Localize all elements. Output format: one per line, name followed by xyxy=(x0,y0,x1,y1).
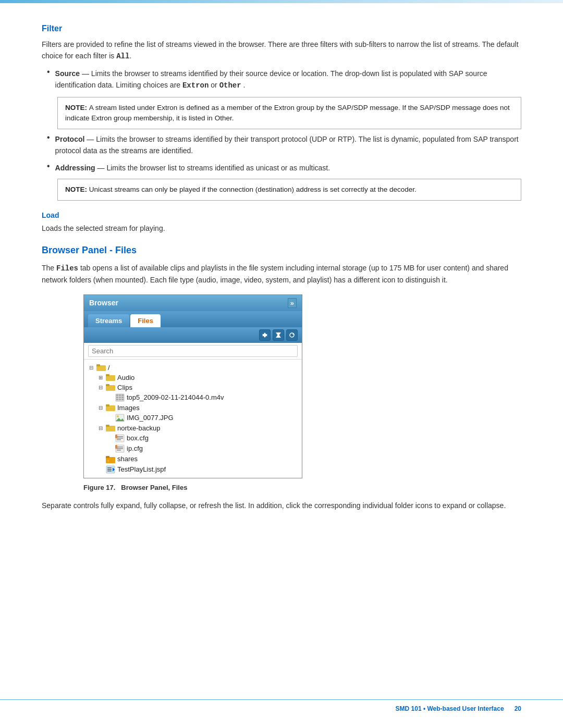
browser-tabs-row: Streams Files xyxy=(84,311,302,327)
svg-point-26 xyxy=(117,415,119,417)
note-text-1: A stream listed under Extron is defined … xyxy=(65,104,510,122)
top5-label: top5_2009-02-11-214044-0.m4v xyxy=(127,393,224,401)
load-section: Load Loads the selected stream for playi… xyxy=(42,211,521,234)
image-file-icon xyxy=(115,414,125,422)
filter-heading: Filter xyxy=(42,24,521,33)
boxcfg-label: box.cfg xyxy=(127,434,149,442)
tree-audio: ⊞ Audio xyxy=(97,373,298,382)
tree-shares: ⊞ ↑ shares xyxy=(97,454,298,464)
expand-images[interactable]: ⊟ xyxy=(97,405,104,411)
svg-rect-22 xyxy=(121,399,124,400)
svg-rect-46 xyxy=(107,471,112,472)
after-text: Separate controls fully expand, fully co… xyxy=(42,500,521,511)
system-file-icon-ip xyxy=(115,445,125,453)
tree-img0077: ⊞ IMG_0077.JPG xyxy=(107,413,298,423)
footer-product: SMD 101 • Web-based User Interface xyxy=(396,705,504,712)
playlist-label: TestPlayList.jspf xyxy=(117,465,166,473)
tree-top5: ⊞ xyxy=(107,392,298,403)
ipcfg-label: ip.cfg xyxy=(127,445,143,452)
svg-rect-34 xyxy=(115,435,117,438)
svg-rect-37 xyxy=(117,448,123,449)
collapse-all-icon[interactable] xyxy=(273,329,284,341)
tree-playlist: ⊞ TestPlayList.jspf xyxy=(97,464,298,475)
tree-root: ⊟ / xyxy=(88,363,298,373)
svg-rect-17 xyxy=(116,397,118,398)
files-code: Files xyxy=(56,264,78,273)
expand-clips[interactable]: ⊟ xyxy=(97,385,104,390)
page-content: Filter Filters are provided to refine th… xyxy=(0,3,563,563)
folder-icon-root xyxy=(96,364,106,371)
note-text-2: Unicast streams can only be played if th… xyxy=(89,186,417,193)
svg-rect-10 xyxy=(106,374,109,376)
figure-label: Browser Panel, Files xyxy=(121,484,187,491)
folder-icon-audio xyxy=(106,374,115,381)
video-file-icon xyxy=(115,393,125,402)
browser-toolbar xyxy=(84,327,302,343)
svg-rect-24 xyxy=(106,404,109,406)
other-code: Other xyxy=(219,81,241,90)
svg-rect-41 xyxy=(106,456,109,458)
load-text: Loads the selected stream for playing. xyxy=(42,223,521,234)
svg-rect-33 xyxy=(117,439,121,440)
expand-root[interactable]: ⊟ xyxy=(88,365,94,371)
filter-bullet-list: Source — Limits the browser to streams i… xyxy=(42,68,521,201)
tab-streams[interactable]: Streams xyxy=(88,314,129,327)
svg-marker-3 xyxy=(276,332,281,336)
svg-rect-39 xyxy=(115,445,117,449)
browser-panel-intro: The Files tab opens a list of available … xyxy=(42,262,521,286)
svg-rect-31 xyxy=(117,436,123,437)
svg-rect-14 xyxy=(116,394,118,396)
browser-panel-ui: Browser » Streams Files xyxy=(83,294,302,491)
expand-nortxe[interactable]: ⊟ xyxy=(97,425,104,431)
folder-icon-nortxe xyxy=(106,424,115,431)
browser-panel-frame: Browser » Streams Files xyxy=(83,294,302,478)
svg-rect-16 xyxy=(121,394,124,396)
svg-rect-18 xyxy=(119,397,121,398)
browser-panel-files-heading: Browser Panel - Files xyxy=(42,245,521,256)
tree-images: ⊟ Images xyxy=(97,403,298,413)
note-label-1: NOTE: xyxy=(65,104,89,112)
browser-panel-files-section: Browser Panel - Files The Files tab open… xyxy=(42,245,521,511)
footer-page-number: 20 xyxy=(515,705,521,712)
bullet-protocol: Protocol — Limits the browser to streams… xyxy=(42,133,521,157)
svg-rect-15 xyxy=(119,394,121,396)
svg-rect-32 xyxy=(117,438,123,439)
file-tree: ⊟ / ⊞ xyxy=(84,360,302,478)
svg-rect-38 xyxy=(117,450,121,451)
svg-rect-29 xyxy=(106,425,109,427)
browser-search-bar xyxy=(84,343,302,360)
svg-rect-36 xyxy=(117,447,123,448)
browser-title-bar: Browser » xyxy=(84,295,302,311)
filter-intro: Filters are provided to refine the list … xyxy=(42,39,521,63)
shared-folder-icon: ↑ xyxy=(106,455,115,463)
note-label-2: NOTE: xyxy=(65,186,89,193)
images-label: Images xyxy=(117,404,140,412)
expand-audio[interactable]: ⊞ xyxy=(97,375,104,380)
page-footer: SMD 101 • Web-based User Interface 20 xyxy=(0,699,563,712)
note-box-1: NOTE: A stream listed under Extron is de… xyxy=(57,97,521,130)
browser-expand-icon[interactable]: » xyxy=(288,298,297,308)
img0077-label: IMG_0077.JPG xyxy=(127,414,174,422)
playlist-file-icon xyxy=(106,465,115,474)
svg-rect-21 xyxy=(119,399,121,400)
tab-files[interactable]: Files xyxy=(130,314,161,327)
refresh-icon[interactable] xyxy=(286,329,298,341)
filter-section: Filter Filters are provided to refine th… xyxy=(42,24,521,201)
extron-code: Extron xyxy=(182,81,209,90)
clips-label: Clips xyxy=(117,384,132,391)
search-input[interactable] xyxy=(88,345,298,357)
svg-rect-8 xyxy=(96,364,100,366)
expand-all-icon[interactable] xyxy=(259,329,271,341)
note-box-2: NOTE: Unicast streams can only be played… xyxy=(57,179,521,201)
bullet-source: Source — Limits the browser to streams i… xyxy=(42,68,521,92)
svg-rect-20 xyxy=(116,399,118,400)
tree-ipcfg: ⊞ ip.cfg xyxy=(107,443,298,454)
svg-rect-12 xyxy=(106,384,109,386)
figure-prefix: Figure 17. xyxy=(83,484,119,491)
browser-title: Browser xyxy=(89,299,118,307)
nortxe-label: nortxe-backup xyxy=(117,424,160,432)
svg-rect-19 xyxy=(121,397,124,398)
audio-label: Audio xyxy=(117,374,134,381)
source-label: Source xyxy=(55,69,80,78)
tree-nortxe: ⊟ nortxe-backup xyxy=(97,423,298,433)
